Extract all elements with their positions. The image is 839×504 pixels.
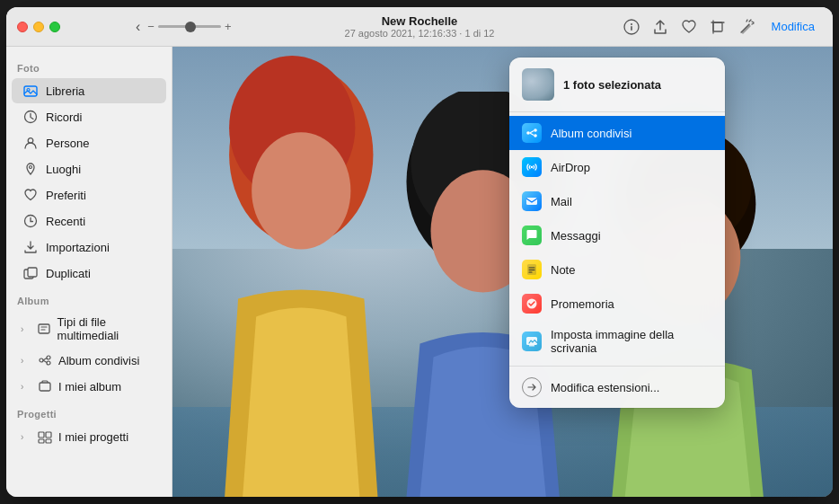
sidebar-item-importazioni[interactable]: Importazioni <box>12 234 166 260</box>
svg-rect-38 <box>529 345 534 347</box>
miei-progetti-icon <box>37 429 53 445</box>
sidebar-item-ricordi[interactable]: Ricordi <box>12 104 166 129</box>
titlebar-nav: ‹ − + <box>132 15 232 39</box>
share-popup-title: 1 foto selezionata <box>563 78 661 92</box>
messaggi-share-icon <box>522 225 542 245</box>
share-item-note[interactable]: Note <box>509 252 725 287</box>
note-share-icon <box>522 260 542 279</box>
sidebar-label-libreria: Libreria <box>46 84 84 98</box>
preferiti-icon <box>22 187 39 203</box>
sidebar-label-persone: Persone <box>46 137 89 150</box>
svg-point-31 <box>534 128 537 132</box>
sidebar-label-luoghi: Luoghi <box>46 163 81 176</box>
share-item-airdrop[interactable]: AirDrop <box>509 150 725 184</box>
sidebar-label-miei-album: I miei album <box>58 380 121 393</box>
share-label-promemoria: Promemoria <box>551 297 614 311</box>
minimize-button[interactable] <box>33 22 44 32</box>
sidebar-item-miei-progetti[interactable]: › I miei progetti <box>12 424 166 449</box>
info-button[interactable] <box>621 16 642 38</box>
airdrop-share-icon <box>522 157 542 177</box>
share-label-scrivania: Imposta immagine della scrivania <box>551 328 712 355</box>
zoom-thumb <box>185 22 196 32</box>
sidebar-item-persone[interactable]: Persone <box>12 130 166 155</box>
modifica-estensioni-icon <box>522 377 542 397</box>
sidebar-label-miei-progetti: I miei progetti <box>58 430 128 444</box>
zoom-minus-icon: − <box>147 20 155 33</box>
share-item-promemoria[interactable]: Promemoria <box>509 287 725 321</box>
svg-rect-20 <box>46 439 51 443</box>
svg-point-30 <box>526 131 530 135</box>
share-item-modifica-estensioni[interactable]: Modifica estensioni... <box>509 370 725 404</box>
zoom-slider[interactable] <box>158 25 221 28</box>
svg-rect-12 <box>39 324 49 333</box>
svg-rect-16 <box>40 383 50 391</box>
zoom-plus-icon: + <box>225 20 232 33</box>
svg-point-32 <box>534 134 537 137</box>
importazioni-icon <box>22 239 39 255</box>
sidebar-item-luoghi[interactable]: Luoghi <box>12 156 166 181</box>
app-window: ‹ − + New Rochelle 27 agosto 2021, 12:16… <box>6 7 833 497</box>
window-subtitle: 27 agosto 2021, 12:16:33 · 1 di 12 <box>345 28 495 39</box>
share-popup-items: Album condivisi <box>509 112 725 408</box>
libreria-icon <box>22 83 39 99</box>
progetti-section-label: Progetti <box>6 400 172 423</box>
sidebar-item-recenti[interactable]: Recenti <box>12 208 166 234</box>
svg-rect-19 <box>39 439 44 443</box>
duplicati-icon <box>22 265 39 281</box>
svg-point-13 <box>40 358 43 362</box>
share-item-scrivania[interactable]: Imposta immagine della scrivania <box>509 321 725 362</box>
svg-rect-3 <box>713 22 722 31</box>
recenti-icon <box>22 213 39 229</box>
maximize-button[interactable] <box>49 22 60 32</box>
svg-rect-17 <box>39 432 44 438</box>
share-item-mail[interactable]: Mail <box>509 184 725 218</box>
svg-rect-4 <box>24 86 37 96</box>
sidebar-item-tipi-file[interactable]: › Tipi di file multimediali <box>12 311 166 347</box>
svg-rect-11 <box>28 268 37 277</box>
sidebar-label-ricordi: Ricordi <box>46 111 82 124</box>
svg-point-14 <box>47 356 50 359</box>
sidebar-item-preferiti[interactable]: Preferiti <box>12 182 166 208</box>
crop-button[interactable] <box>707 16 729 38</box>
sidebar-item-libreria[interactable]: Libreria <box>12 78 166 103</box>
share-popup-divider <box>509 366 725 367</box>
ricordi-icon <box>22 109 39 125</box>
scrivania-share-icon <box>522 332 542 351</box>
persone-icon <box>22 135 39 151</box>
share-label-note: Note <box>551 263 575 277</box>
back-button[interactable]: ‹ <box>132 15 144 39</box>
traffic-lights <box>17 22 60 32</box>
back-icon: ‹ <box>136 19 140 35</box>
share-popup-thumbnail <box>522 68 554 101</box>
sidebar-label-importazioni: Importazioni <box>46 241 110 254</box>
sidebar-item-duplicati[interactable]: Duplicati <box>12 261 166 286</box>
enhance-button[interactable] <box>736 16 757 38</box>
share-label-airdrop: AirDrop <box>551 161 590 174</box>
zoom-control: − + <box>147 20 231 33</box>
sidebar-item-album-condivisi[interactable]: › Album condivisi <box>12 348 166 373</box>
svg-point-8 <box>30 166 32 169</box>
album-section-label: Album <box>6 287 172 310</box>
album-condivisi-icon <box>37 352 53 368</box>
modifica-button[interactable]: Modifica <box>764 16 822 37</box>
titlebar-center: New Rochelle 27 agosto 2021, 12:16:33 · … <box>345 14 495 39</box>
chevron-tipi-file: › <box>21 324 31 334</box>
share-label-modifica-estensioni: Modifica estensioni... <box>551 381 659 394</box>
share-button[interactable] <box>649 16 671 38</box>
mail-share-icon <box>522 191 542 211</box>
share-item-album-condivisi[interactable]: Album condivisi <box>509 116 725 150</box>
chevron-miei-album: › <box>21 382 31 392</box>
sidebar-label-tipi-file: Tipi di file multimediali <box>57 315 157 342</box>
chevron-album-condivisi: › <box>21 356 31 366</box>
favorite-button[interactable] <box>678 16 700 38</box>
album-condivisi-share-icon <box>522 123 542 143</box>
miei-album-icon <box>37 378 53 394</box>
share-popup: 1 foto selezionata Albu <box>509 57 725 408</box>
close-button[interactable] <box>17 22 28 32</box>
sidebar-item-miei-album[interactable]: › I miei album <box>12 374 166 399</box>
share-item-messaggi[interactable]: Messaggi <box>509 218 725 252</box>
share-label-messaggi: Messaggi <box>551 229 601 243</box>
content-area: Foto Libreria Ri <box>6 47 833 497</box>
window-title: New Rochelle <box>345 14 495 28</box>
sidebar-label-duplicati: Duplicati <box>46 267 91 280</box>
